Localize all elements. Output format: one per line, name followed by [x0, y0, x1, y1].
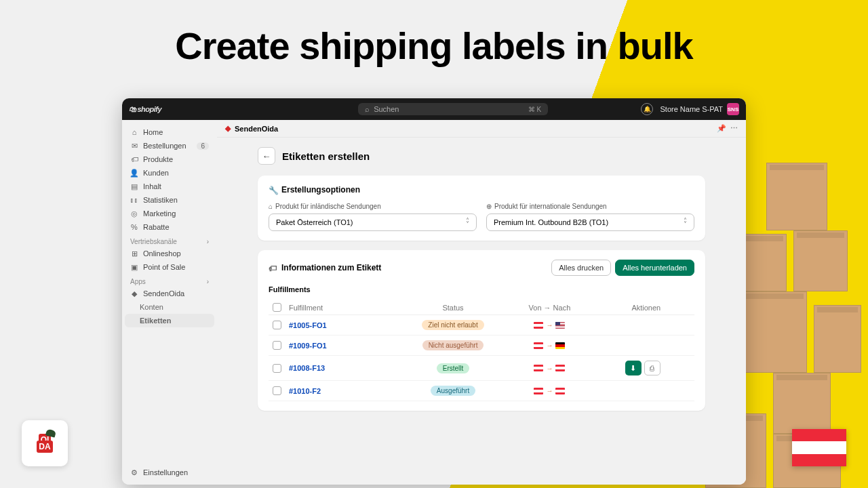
back-button[interactable]: ← — [258, 147, 275, 165]
sidebar-item-customers[interactable]: 👤Kunden — [125, 166, 214, 180]
route: → — [501, 321, 597, 329]
flag-to-icon — [555, 388, 565, 394]
analytics-icon: ⫾⫾ — [130, 196, 138, 204]
fulfillment-link[interactable]: #1008-F13 — [289, 364, 325, 372]
home-icon: ⌂ — [130, 128, 138, 136]
flag-from-icon — [534, 388, 543, 394]
fulfillment-link[interactable]: #1009-FO1 — [289, 342, 327, 350]
row-checkbox[interactable] — [273, 386, 281, 395]
chevron-updown-icon: ˄˅ — [684, 219, 687, 226]
sidebar-item-pos[interactable]: ▣Point of Sale — [125, 260, 214, 274]
sidebar-item-analytics[interactable]: ⫾⫾Statistiken — [125, 193, 214, 207]
route: → — [501, 342, 597, 349]
status-badge: Erstellt — [437, 363, 470, 373]
download-icon[interactable]: ⬇ — [625, 361, 642, 375]
orders-icon: ✉ — [130, 142, 138, 150]
app-header: ◆ SendenOida 📌 ⋯ — [217, 120, 746, 138]
flag-from-icon — [534, 342, 543, 349]
shopify-logo: 🛍shopify — [129, 105, 161, 113]
sendenoida-logo: OIDA — [22, 420, 68, 466]
shopify-admin-window: 🛍shopify ⌕ Suchen ⌘ K 🔔 Store Name S-PAT… — [122, 98, 746, 485]
row-checkbox[interactable] — [273, 364, 281, 373]
th-actions: Aktionen — [598, 303, 694, 312]
topbar: 🛍shopify ⌕ Suchen ⌘ K 🔔 Store Name S-PAT… — [122, 98, 746, 120]
th-fulfillment: Fulfillment — [289, 303, 405, 312]
route: → — [501, 365, 597, 372]
download-all-button[interactable]: Alles herunterladen — [615, 260, 694, 276]
austria-flag — [792, 429, 846, 466]
house-icon: ⌂ — [269, 203, 273, 210]
store-icon: ⊞ — [130, 249, 138, 258]
intl-select[interactable]: Premium Int. Outbound B2B (TO1) ˄˅ — [486, 214, 694, 231]
flag-from-icon — [534, 365, 543, 371]
status-badge: Ziel nicht erlaubt — [422, 320, 484, 330]
row-checkbox[interactable] — [273, 321, 281, 329]
sidebar-item-sendenoida[interactable]: ◆SendenOida — [125, 287, 214, 300]
status-badge: Ausgeführt — [431, 386, 475, 396]
store-menu[interactable]: Store Name S-PAT SNS — [660, 103, 739, 115]
sidebar: ⌂Home ✉Bestellungen6 🏷Produkte 👤Kunden ▤… — [122, 120, 217, 485]
domestic-select[interactable]: Paket Österreich (TO1) ˄˅ — [269, 214, 477, 231]
options-card: 🔧Erstellungsoptionen ⌂Produkt für inländ… — [258, 176, 705, 241]
fulfillment-link[interactable]: #1010-F2 — [289, 387, 321, 395]
app-name: SendenOida — [235, 125, 278, 133]
page-title: Etiketten erstellen — [282, 150, 370, 162]
label-icon: 🏷 — [269, 264, 277, 272]
print-icon[interactable]: ⎙ — [644, 361, 660, 375]
flag-from-icon — [534, 322, 543, 329]
app-icon: ◆ — [130, 289, 138, 298]
marketing-icon: ◎ — [130, 209, 138, 218]
th-route: Von → Nach — [501, 303, 597, 312]
flag-to-icon — [555, 365, 565, 371]
pin-icon[interactable]: 📌 — [717, 124, 726, 133]
gear-icon: ⚙ — [130, 468, 138, 476]
sidebar-item-settings[interactable]: ⚙Einstellungen — [125, 466, 214, 479]
table-row: #1010-F2Ausgeführt→ — [269, 381, 694, 401]
sidebar-item-etiketten[interactable]: Etiketten — [125, 314, 214, 327]
avatar: SNS — [727, 103, 739, 115]
intl-label: ⊕Produkt für internationale Sendungen — [486, 203, 694, 210]
status-badge: Nicht ausgeführt — [422, 340, 484, 350]
content-area: ◆ SendenOida 📌 ⋯ ← Etiketten erstellen 🔧… — [217, 120, 746, 485]
flag-to-icon — [555, 322, 565, 329]
row-checkbox[interactable] — [273, 341, 281, 350]
hero-title: Create shipping labels in bulk — [0, 24, 868, 68]
sidebar-item-marketing[interactable]: ◎Marketing — [125, 207, 214, 220]
products-icon: 🏷 — [130, 155, 138, 163]
app-icon: ◆ — [225, 124, 231, 133]
pos-icon: ▣ — [130, 263, 138, 271]
discounts-icon: % — [130, 223, 138, 231]
fulfillments-title: Fulfillments — [269, 285, 694, 293]
customers-icon: 👤 — [130, 169, 138, 177]
th-status: Status — [405, 303, 501, 312]
table-row: #1008-F13Erstellt→⬇⎙ — [269, 356, 694, 381]
sidebar-item-products[interactable]: 🏷Produkte — [125, 152, 214, 166]
print-all-button[interactable]: Alles drucken — [551, 260, 611, 276]
fulfillment-link[interactable]: #1005-FO1 — [289, 321, 327, 329]
table-row: #1009-FO1Nicht ausgeführt→ — [269, 336, 694, 356]
wrench-icon: 🔧 — [269, 186, 277, 195]
sidebar-item-onlinestore[interactable]: ⊞Onlineshop — [125, 247, 214, 260]
globe-icon: ⊕ — [486, 203, 492, 210]
flag-to-icon — [555, 342, 565, 349]
fulfillments-table: Fulfillment Status Von → Nach Aktionen #… — [269, 300, 694, 401]
content-icon: ▤ — [130, 182, 138, 190]
search-shortcut: ⌘ K — [528, 106, 541, 113]
domestic-label: ⌂Produkt für inländische Sendungen — [269, 203, 477, 210]
notifications-icon[interactable]: 🔔 — [641, 103, 653, 115]
label-info-card: 🏷Informationen zum Etikett Alles drucken… — [258, 250, 705, 411]
sidebar-item-content[interactable]: ▤Inhalt — [125, 180, 214, 193]
select-all-checkbox[interactable] — [273, 303, 281, 312]
sidebar-section-apps: Apps› — [125, 274, 214, 287]
search-input[interactable]: ⌕ Suchen ⌘ K — [358, 103, 548, 115]
chevron-right-icon[interactable]: › — [207, 238, 209, 245]
chevron-updown-icon: ˄˅ — [466, 219, 469, 226]
sidebar-item-orders[interactable]: ✉Bestellungen6 — [125, 139, 214, 152]
sidebar-section-channels: Vertriebskanäle› — [125, 234, 214, 247]
chevron-right-icon[interactable]: › — [207, 278, 209, 285]
sidebar-item-konten[interactable]: Konten — [125, 300, 214, 314]
sidebar-item-home[interactable]: ⌂Home — [125, 125, 214, 139]
table-row: #1005-FO1Ziel nicht erlaubt→ — [269, 315, 694, 336]
more-icon[interactable]: ⋯ — [730, 124, 738, 133]
sidebar-item-discounts[interactable]: %Rabatte — [125, 220, 214, 234]
